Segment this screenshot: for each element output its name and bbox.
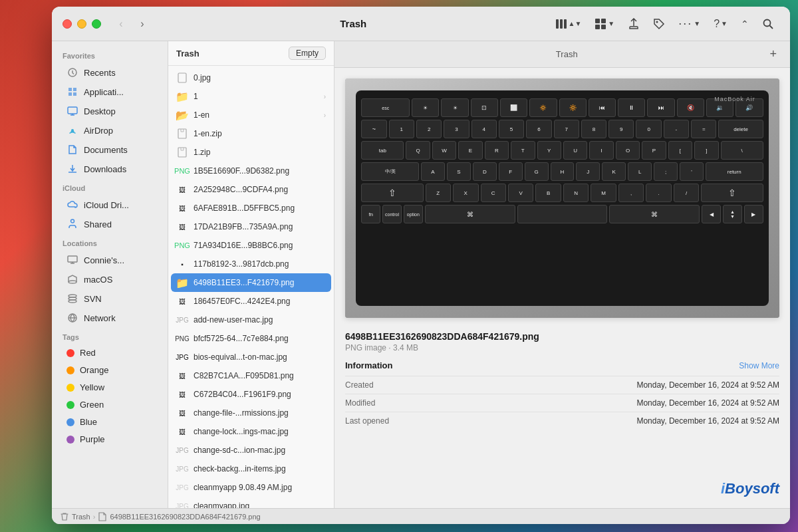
key-delete: delete — [718, 120, 763, 138]
key-return: return — [706, 162, 763, 181]
sidebar-item-applications[interactable]: Applicati... — [56, 82, 164, 101]
sidebar-item-label: Documents — [84, 145, 128, 155]
key-n: N — [563, 184, 589, 202]
back-button[interactable]: ‹ — [112, 15, 130, 33]
list-item[interactable]: 🖼 C672B4C04...F1961F9.png — [168, 385, 334, 404]
sidebar-item-network[interactable]: Network — [56, 309, 164, 327]
sidebar-item-label: Downloads — [84, 164, 126, 174]
sidebar-item-tag-yellow[interactable]: Yellow — [56, 379, 164, 396]
file-name: cleanmyapp 9.08.49 AM.jpg — [194, 483, 292, 492]
key-p: P — [642, 141, 666, 160]
sidebar-item-connies[interactable]: Connie's... — [56, 251, 164, 269]
svg-point-7 — [656, 21, 658, 23]
window-title: Trash — [162, 18, 545, 29]
list-item[interactable]: PNG 1B5E16690F...9D6382.png — [168, 162, 334, 180]
sidebar-item-tag-red[interactable]: Red — [56, 344, 164, 361]
list-item[interactable]: JPG cleanmyapp 9.08.49 AM.jpg — [168, 478, 334, 497]
key-f9: ⏭ — [647, 98, 674, 117]
icloud-label: iCloud — [52, 179, 168, 195]
sidebar-item-recents[interactable]: Recents — [56, 63, 164, 82]
list-item[interactable]: PNG bfcf5725-64...7c7e884.png — [168, 329, 334, 348]
empty-trash-button[interactable]: Empty — [289, 47, 326, 60]
list-item[interactable]: 🖼 6AFAE891B...D5FFBC5.png — [168, 199, 334, 217]
minimize-button[interactable] — [77, 19, 86, 29]
sidebar-item-macos[interactable]: macOS — [56, 270, 164, 289]
sidebar-item-label: Orange — [80, 365, 108, 375]
sidebar-item-downloads[interactable]: Downloads — [56, 160, 164, 178]
key-row-bottom: fn control option ⌘ ⌘ ◀ ▲▼ ▶ — [361, 205, 763, 223]
key-tilde: ~ — [361, 120, 386, 138]
sidebar-item-shared[interactable]: Shared — [56, 215, 164, 233]
sidebar-item-label: Applicati... — [84, 87, 124, 97]
file-name: 1.zip — [194, 148, 210, 157]
list-item[interactable]: JPG cleanmyapp.jpg — [168, 497, 334, 508]
list-item[interactable]: 🖼 17DA21B9FB...735A9A.png — [168, 217, 334, 236]
list-item[interactable]: 🖼 C82B7C1AA...F095D81.png — [168, 366, 334, 385]
list-item[interactable]: JPG check-backg...in-items.jpg — [168, 460, 334, 478]
zip-icon — [176, 128, 188, 140]
sidebar-item-tag-orange[interactable]: Orange — [56, 362, 164, 378]
traffic-lights — [63, 19, 101, 29]
share-button[interactable] — [622, 15, 645, 33]
forward-button[interactable]: › — [133, 15, 152, 33]
sidebar-item-tag-blue[interactable]: Blue — [56, 414, 164, 430]
list-item[interactable]: 🖼 change-lock...ings-mac.jpg — [168, 422, 334, 441]
sidebar-item-tag-purple[interactable]: Purple — [56, 431, 164, 448]
sidebar-item-icloud-drive[interactable]: iCloud Dri... — [56, 196, 164, 214]
list-item[interactable]: 📁 1 › — [168, 87, 334, 106]
list-item[interactable]: 🖼 186457E0FC...4242E4.png — [168, 292, 334, 311]
list-item[interactable]: ▪ 117b8192-3...9817dcb.png — [168, 255, 334, 273]
key-quote: ' — [680, 162, 704, 181]
statusbar: Trash › 6498B11EE3162690823DDA684F421679… — [52, 508, 790, 524]
file-name: 1-en.zip — [194, 129, 222, 138]
list-item[interactable]: 📂 1-en › — [168, 106, 334, 124]
more-button[interactable]: ··· ▼ — [673, 14, 706, 33]
close-button[interactable] — [63, 19, 72, 29]
list-item[interactable]: JPG add-new-user-mac.jpg — [168, 311, 334, 329]
list-item[interactable]: JPG change-sd-c...ion-mac.jpg — [168, 441, 334, 460]
list-item[interactable]: PNG 71A934D16E...9B8BC6.png — [168, 236, 334, 255]
list-item[interactable]: 1-en.zip — [168, 124, 334, 143]
info-section-header: Information Show More — [345, 360, 779, 370]
grid-view-button[interactable]: ▼ — [589, 15, 620, 33]
sidebar-item-documents[interactable]: Documents — [56, 140, 164, 159]
file-panel-title: Trash — [176, 49, 200, 59]
key-f5: 🔅 — [529, 98, 557, 117]
help-button[interactable]: ? ▼ — [708, 15, 733, 33]
info-row-created: Created Monday, December 16, 2024 at 9:5… — [345, 376, 779, 394]
key-bracket-r: ] — [694, 141, 718, 160]
key-arrow-r: ▶ — [744, 205, 763, 223]
sidebar-item-tag-green[interactable]: Green — [56, 396, 164, 413]
sidebar-item-desktop[interactable]: Desktop — [56, 102, 164, 120]
search-button[interactable] — [757, 15, 779, 33]
jpg-icon: 🖼 — [176, 407, 188, 419]
list-item[interactable]: 🖼 2A252948C...9CDFA4.png — [168, 180, 334, 199]
sidebar-item-label: AirDrop — [84, 126, 113, 136]
key-j: J — [576, 162, 600, 181]
key-2: 2 — [416, 120, 442, 138]
fullscreen-button[interactable] — [92, 19, 101, 29]
titlebar: ‹ › Trash ▲▼ ▼ ··· — [52, 7, 790, 41]
svg-rect-20 — [178, 148, 186, 157]
tag-button[interactable] — [648, 15, 670, 33]
orange-tag-dot — [66, 366, 74, 374]
list-item[interactable]: JPG bios-equival...t-on-mac.jpg — [168, 348, 334, 366]
svn-icon — [66, 293, 78, 305]
sidebar-item-airdrop[interactable]: AirDrop — [56, 121, 164, 140]
sidebar-item-svn[interactable]: SVN — [56, 289, 164, 308]
file-name: 0.jpg — [194, 73, 211, 82]
view-columns-button[interactable]: ▲▼ — [550, 15, 587, 33]
key-o: O — [616, 141, 640, 160]
info-last-opened-value: Monday, December 16, 2024 at 9:52 AM — [405, 416, 779, 426]
list-item[interactable]: 🖼 change-file-...rmissions.jpg — [168, 404, 334, 422]
key-0: 0 — [636, 120, 661, 138]
icloud-icon — [66, 199, 78, 211]
show-more-button[interactable]: Show More — [739, 361, 779, 370]
expand-button[interactable]: ⌃ — [735, 16, 754, 32]
key-f: F — [499, 162, 523, 181]
list-item[interactable]: 0.jpg — [168, 68, 334, 87]
iboysoft-watermark: iBoysoft — [721, 480, 779, 497]
list-item-selected[interactable]: 📁 6498B11EE3...F421679.png — [171, 273, 331, 292]
add-column-button[interactable]: + — [764, 45, 782, 64]
list-item[interactable]: 1.zip — [168, 143, 334, 162]
